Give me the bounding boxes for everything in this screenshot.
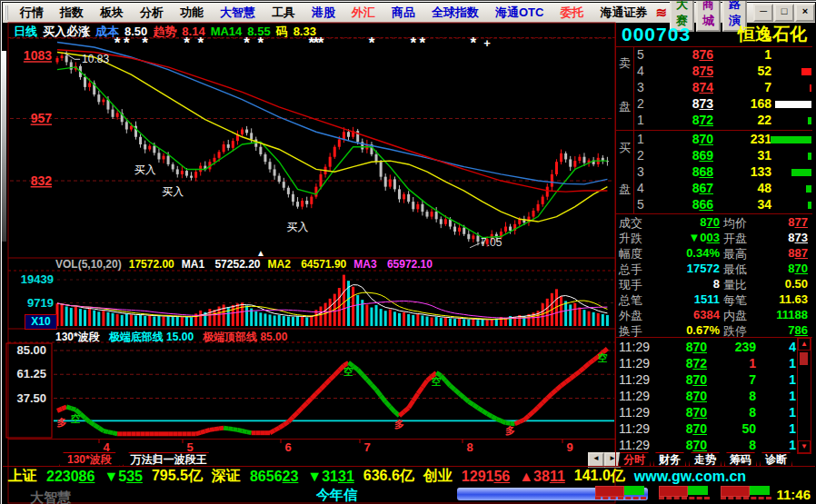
tick-volume: 1 [709, 356, 756, 371]
indicator-tab-130*波段[interactable]: 130*波段 [59, 452, 120, 467]
tick-count: 1 [769, 421, 796, 436]
dash-line [595, 497, 646, 499]
info-value: 873 [750, 231, 808, 244]
index-status-bar: 上证223086▼535795.5亿深证865623▼3131636.6亿创业1… [3, 466, 815, 486]
status-item: 865623 [250, 469, 298, 485]
volume-ma-label: MA1 [182, 258, 208, 271]
info-label: 均价 [723, 215, 747, 232]
status-item: 创业 [423, 467, 453, 486]
volume-current-value: 17572.00 [129, 258, 174, 271]
marquee-fragment: 大智慧 [30, 489, 71, 504]
info-row: 现手8量比0.50 [616, 277, 812, 292]
info-row: 总笔1511每笔11.63 [616, 292, 812, 308]
scroll-up-icon[interactable]: ▲ [798, 338, 811, 351]
quote-tab-走势[interactable]: 走势 [689, 452, 721, 466]
scroll-down-icon[interactable]: ▼ [798, 440, 811, 453]
buy-row: 486748 [633, 181, 812, 197]
info-label: 最低 [723, 262, 747, 278]
info-row: 外盘6384内盘11188 [616, 308, 812, 323]
queue-price: 867 [659, 181, 713, 195]
tick-price: 870 [656, 438, 707, 452]
quote-tab-诊断[interactable]: 诊断 [760, 452, 792, 466]
tick-time: 11:29 [619, 372, 650, 387]
info-label: 成交 [619, 215, 642, 232]
queue-depth-bar [791, 169, 811, 176]
tick-price: 872 [656, 356, 707, 371]
queue-volume: 48 [717, 181, 771, 195]
status-item: ▲3811 [519, 469, 565, 485]
queue-index: 5 [637, 47, 644, 62]
info-row: 幅度0.34%最高887 [616, 246, 812, 262]
queue-index: 2 [637, 148, 644, 163]
marquee-text: 今年信 [316, 487, 357, 504]
scroll-thumb[interactable] [800, 352, 808, 365]
queue-index: 3 [637, 80, 644, 94]
volume-ma-value: 57252.20 [214, 258, 260, 271]
status-item: 深证 [212, 467, 241, 486]
volume-multiplier-badge[interactable]: X10 [25, 314, 57, 330]
info-label: 最高 [723, 246, 747, 262]
quote-tab-财务[interactable]: 财务 [653, 452, 686, 466]
queue-price: 870 [659, 132, 713, 146]
quote-tab-筹码[interactable]: 筹码 [724, 452, 757, 466]
tick-row: 11:2987071 [616, 372, 798, 389]
svg-text:*: * [142, 35, 148, 52]
quote-panel: 000703 恒逸石化 卖 盘 587614875523874728731681… [615, 23, 812, 466]
tick-volume: 8 [709, 405, 756, 420]
tick-row: 11:2987211 [616, 356, 798, 372]
status-item: ▼535 [104, 469, 143, 485]
green-block [750, 486, 770, 495]
info-value: 17572 [652, 262, 720, 275]
queue-price: 868 [659, 164, 713, 179]
queue-depth-bar [801, 68, 811, 75]
info-value: 11188 [750, 308, 808, 321]
tick-list: 11:29870239411:298721111:298707111:29870… [616, 337, 812, 453]
tick-price: 870 [656, 372, 707, 387]
buy-row: 1870231 [633, 132, 812, 148]
tick-time: 11:29 [619, 438, 650, 452]
svg-text:*: * [114, 35, 121, 52]
svg-text:*: * [471, 35, 477, 52]
tick-row: 11:298702394 [616, 340, 798, 356]
tick-count: 1 [769, 405, 796, 420]
sell-label-char2: 盘 [616, 99, 633, 115]
status-indicator-group [659, 486, 712, 500]
green-block [624, 486, 644, 495]
status-item: 223086 [46, 469, 95, 485]
stock-code[interactable]: 000703 [622, 24, 691, 45]
tick-volume: 8 [709, 389, 756, 403]
volume-ma-label: MA3 [353, 258, 380, 271]
x-axis-label: 7 [363, 440, 370, 454]
oscillator-title: 130*波段 [55, 331, 100, 342]
indicator-tab-万法归一波段王[interactable]: 万法归一波段王 [123, 452, 215, 467]
buy-queue: 买 盘 18702312869313868133486748586634 [616, 131, 812, 213]
svg-text:1083: 1083 [24, 48, 52, 63]
queue-index: 4 [637, 181, 644, 195]
info-value: 887 [750, 246, 808, 260]
queue-price: 869 [659, 148, 713, 163]
info-label: 升跌 [619, 231, 642, 247]
queue-index: 3 [637, 164, 644, 179]
x-axis-label: 6 [284, 440, 291, 454]
tick-scrollbar[interactable]: ▲ ▼ [797, 337, 811, 454]
tick-price: 870 [656, 340, 707, 354]
queue-depth-bar [771, 136, 811, 143]
queue-volume: 231 [717, 132, 771, 146]
status-item: 129156 [462, 469, 510, 485]
info-value: 870 [652, 215, 720, 229]
quote-tab-分时[interactable]: 分时 [618, 452, 651, 466]
status-indicator-group [595, 486, 648, 500]
oscillator-top-line-label: 极端顶部线 85.00 [203, 331, 287, 342]
app-window: 行情指数板块分析功能大智慧工具港股外汇商品全球指数海通OTC委托海通证券 ≋ 大… [0, 0, 816, 504]
queue-depth-bar [810, 84, 811, 92]
info-value: 870 [750, 262, 808, 275]
svg-text:买入: 买入 [287, 221, 309, 233]
red-block [721, 486, 750, 497]
svg-text:832: 832 [31, 173, 53, 188]
svg-text:7.05: 7.05 [481, 236, 503, 249]
info-value: 11.63 [750, 292, 808, 306]
svg-text:多: 多 [57, 417, 67, 428]
stock-name[interactable]: 恒逸石化 [738, 23, 807, 46]
tick-time: 11:29 [619, 421, 650, 436]
tick-row: 11:29870501 [616, 421, 798, 438]
